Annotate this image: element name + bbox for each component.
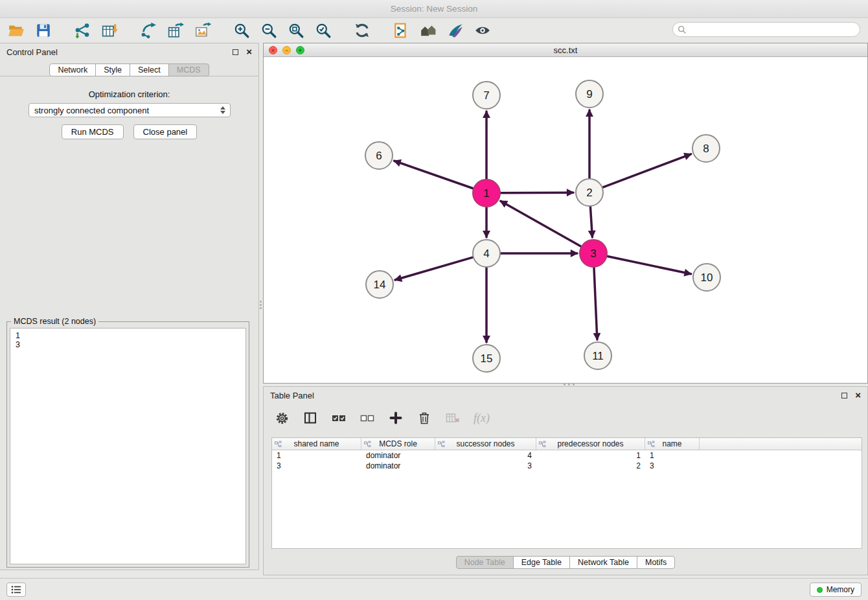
cell-predecessor-nodes[interactable]: 1 — [536, 450, 645, 461]
cell-shared-name[interactable]: 3 — [272, 461, 361, 471]
memory-button[interactable]: Memory — [810, 583, 862, 597]
float-table-panel-icon[interactable] — [841, 393, 847, 398]
cell-name[interactable]: 3 — [645, 461, 700, 471]
network-canvas[interactable]: 7968124314101511 — [264, 57, 867, 383]
column-header-predecessor-nodes[interactable]: predecessor nodes — [536, 438, 645, 450]
task-history-button[interactable] — [6, 583, 26, 597]
table-tab-network-table[interactable]: Network Table — [569, 556, 637, 569]
import-network-button[interactable] — [71, 21, 93, 40]
cell-successor-nodes[interactable]: 3 — [435, 461, 536, 471]
graph-node-2[interactable]: 2 — [576, 179, 603, 206]
graph-edge-3-1[interactable] — [501, 201, 581, 246]
export-network-button[interactable] — [137, 21, 159, 40]
zoom-out-button[interactable] — [258, 21, 280, 40]
tab-network[interactable]: Network — [49, 63, 96, 76]
minimize-window-icon[interactable]: − — [282, 46, 291, 54]
graph-node-9[interactable]: 9 — [576, 80, 603, 108]
tab-mcds[interactable]: MCDS — [168, 63, 209, 76]
graph-edge-3-11[interactable] — [594, 268, 597, 340]
tab-style[interactable]: Style — [95, 63, 130, 76]
zoom-fit-button[interactable] — [285, 21, 307, 40]
export-image-button[interactable] — [192, 21, 214, 40]
graph-edge-4-14[interactable] — [395, 257, 473, 280]
tab-select[interactable]: Select — [130, 63, 169, 76]
refresh-layout-button[interactable] — [351, 21, 373, 40]
control-panel-tabs: NetworkStyleSelectMCDS — [0, 63, 258, 76]
show-hide-button[interactable] — [472, 21, 494, 40]
export-table-button[interactable] — [165, 21, 187, 40]
network-window-titlebar[interactable]: × − + scc.txt — [264, 43, 867, 57]
mcds-result-text[interactable]: 1 3 — [10, 328, 246, 564]
home-button[interactable] — [417, 21, 439, 40]
memory-button-label: Memory — [827, 585, 854, 594]
gear-icon — [275, 411, 289, 425]
close-table-panel-icon[interactable]: × — [855, 392, 861, 398]
search-input[interactable] — [687, 23, 860, 36]
cell-name[interactable]: 1 — [645, 450, 700, 461]
column-header-name[interactable]: name — [645, 438, 700, 450]
hierarchy-icon — [438, 441, 445, 448]
column-header-shared-name[interactable]: shared name — [272, 438, 361, 450]
function-builder-button[interactable]: f(x) — [474, 411, 490, 425]
save-session-button[interactable] — [32, 21, 54, 40]
cell-shared-name[interactable]: 1 — [272, 450, 361, 461]
import-table-button[interactable] — [98, 21, 120, 40]
cell-predecessor-nodes[interactable]: 2 — [536, 461, 645, 471]
delete-row-button[interactable] — [417, 410, 432, 426]
graph-node-1[interactable]: 1 — [473, 179, 500, 207]
table-row[interactable]: 1dominator411 — [272, 450, 862, 461]
graph-node-6[interactable]: 6 — [365, 142, 393, 169]
zoom-out-icon — [260, 22, 277, 39]
graph-node-label: 3 — [590, 248, 596, 260]
table-settings-button[interactable] — [274, 410, 290, 426]
close-window-icon[interactable]: × — [269, 46, 277, 54]
column-header-successor-nodes[interactable]: successor nodes — [435, 438, 536, 450]
eye-icon — [474, 22, 491, 39]
graph-node-15[interactable]: 15 — [473, 345, 500, 372]
table-tab-edge-table[interactable]: Edge Table — [513, 556, 570, 569]
run-mcds-button[interactable]: Run MCDS — [62, 124, 124, 139]
table-tab-node-table[interactable]: Node Table — [456, 556, 514, 569]
zoom-selected-button[interactable] — [312, 21, 334, 40]
delete-column-button[interactable] — [445, 410, 461, 426]
hierarchy-icon — [539, 441, 546, 448]
table-row[interactable]: 3dominator323 — [272, 461, 862, 471]
float-panel-icon[interactable] — [233, 49, 238, 55]
table-tab-motifs[interactable]: Motifs — [637, 556, 675, 569]
close-panel-icon[interactable]: × — [246, 49, 252, 55]
graph-edge-2-3[interactable] — [590, 207, 592, 237]
graph-edge-2-8[interactable] — [603, 154, 691, 187]
close-panel-button[interactable]: Close panel — [133, 124, 198, 139]
column-header-mcds-role[interactable]: MCDS role — [361, 438, 435, 450]
select-all-button[interactable] — [331, 410, 347, 426]
graph-node-label: 2 — [586, 187, 592, 199]
graph-node-4[interactable]: 4 — [473, 240, 500, 267]
graph-edge-1-2[interactable] — [501, 192, 573, 193]
cell-successor-nodes[interactable]: 4 — [435, 450, 536, 461]
apply-style-button[interactable] — [444, 21, 466, 40]
graph-node-14[interactable]: 14 — [366, 271, 393, 298]
add-row-button[interactable] — [388, 410, 404, 426]
zoom-window-icon[interactable]: + — [296, 46, 304, 54]
cell-mcds-role[interactable]: dominator — [361, 450, 435, 461]
graph-edge-3-10[interactable] — [608, 257, 691, 274]
export-image-icon — [194, 22, 211, 39]
export-table-icon — [167, 22, 184, 39]
zoom-in-button[interactable] — [231, 21, 253, 40]
open-session-button[interactable] — [5, 21, 27, 40]
criterion-dropdown[interactable]: strongly connected component — [29, 103, 231, 117]
graph-node-8[interactable]: 8 — [692, 135, 720, 162]
cell-mcds-role[interactable]: dominator — [361, 461, 435, 471]
graph-edge-1-6[interactable] — [394, 161, 474, 188]
unchecked-boxes-icon — [360, 413, 374, 423]
graph-node-7[interactable]: 7 — [473, 82, 500, 109]
show-columns-button[interactable] — [303, 410, 318, 426]
graph-node-10[interactable]: 10 — [693, 264, 720, 291]
zoom-selected-icon — [315, 22, 332, 39]
graph-node-3[interactable]: 3 — [580, 240, 607, 267]
clone-network-button[interactable] — [390, 21, 412, 40]
unselect-all-button[interactable] — [360, 410, 375, 426]
graph-node-label: 15 — [481, 352, 493, 365]
zoom-in-icon — [233, 22, 250, 39]
graph-node-11[interactable]: 11 — [584, 342, 611, 369]
